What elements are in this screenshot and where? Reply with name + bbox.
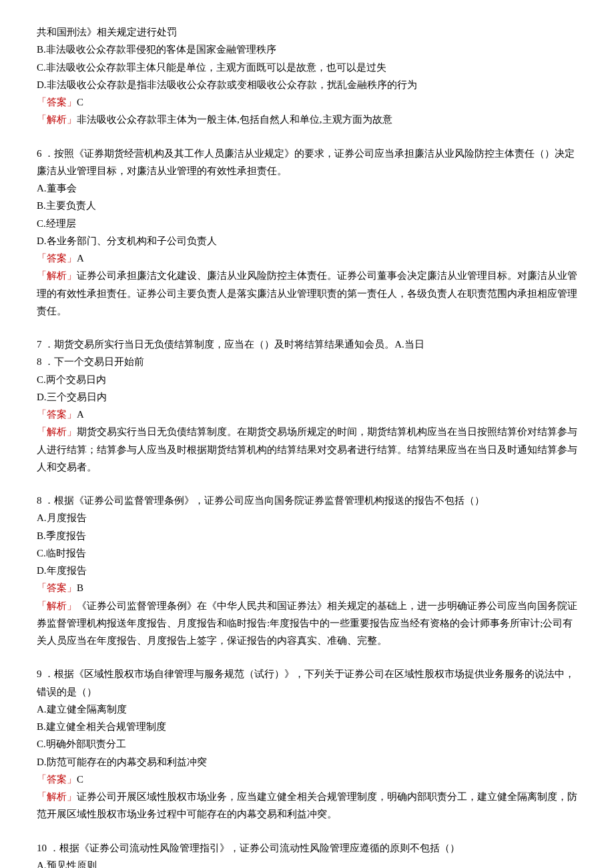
question-stem: 6 ．按照《证券期货经营机构及其工作人员廉洁从业规定》的要求，证券公司应当承担廉…: [37, 145, 577, 180]
answer-value: B: [77, 582, 83, 593]
option-continuation: 共和国刑法》相关规定进行处罚: [37, 23, 577, 41]
option-b: B.季度报告: [37, 527, 577, 544]
explanation-line: 「解析」证券公司承担廉洁文化建设、廉洁从业风险防控主体责任。证券公司董事会决定廉…: [37, 267, 577, 320]
answer-label: 「答案」: [37, 582, 77, 593]
answer-value: A: [77, 409, 84, 420]
option-a: A.预见性原则: [37, 857, 577, 868]
answer-label: 「答案」: [37, 774, 77, 785]
explanation-line: 「解析」非法吸收公众存款罪主体为一般主体,包括自然人和单位,主观方面为故意: [37, 111, 577, 128]
explanation-line: 「解析」证券公司开展区域性股权市场业务，应当建立健全相关合规管理制度，明确内部职…: [37, 788, 577, 823]
option-b: B.非法吸收公众存款罪侵犯的客体是国家金融管理秩序: [37, 41, 577, 58]
option-a: A.建立健全隔离制度: [37, 701, 577, 718]
answer-value: C: [77, 97, 83, 107]
option-d: D.各业务部门、分支机构和子公司负责人: [37, 232, 577, 250]
answer-value: A: [77, 253, 84, 264]
explanation-label: 「解析」: [37, 114, 77, 125]
explanation-label: 「解析」: [37, 426, 77, 437]
question-10-partial: 10 ．根据《证券公司流动性风险管理指引》，证券公司流动性风险管理应遵循的原则不…: [37, 839, 577, 869]
explanation-label: 「解析」: [37, 600, 77, 611]
option-c: C.两个交易日内: [37, 371, 577, 388]
explanation-text: 非法吸收公众存款罪主体为一般主体,包括自然人和单位,主观方面为故意: [77, 114, 392, 125]
option-c: C.临时报告: [37, 544, 577, 562]
question-stem: 8 ．根据《证券公司监督管理条例》，证券公司应当向国务院证券监督管理机构报送的报…: [37, 492, 577, 509]
explanation-text: 《证券公司监督管理条例》在《中华人民共和国证券法》相关规定的基础上，进一步明确证…: [37, 600, 577, 646]
explanation-text: 期货交易实行当日无负债结算制度。在期货交易场所规定的时间，期货结算机构应当在当日…: [37, 426, 577, 472]
explanation-label: 「解析」: [37, 270, 77, 281]
answer-line: 「答案」A: [37, 250, 577, 267]
question-7: 7 ．期货交易所实行当日无负债结算制度，应当在（）及时将结算结果通知会员。A.当…: [37, 336, 577, 476]
answer-line: 「答案」B: [37, 579, 577, 596]
question-stem: 10 ．根据《证券公司流动性风险管理指引》，证券公司流动性风险管理应遵循的原则不…: [37, 839, 577, 857]
answer-label: 「答案」: [37, 253, 77, 264]
answer-value: C: [77, 774, 83, 785]
question-5-partial: 共和国刑法》相关规定进行处罚 B.非法吸收公众存款罪侵犯的客体是国家金融管理秩序…: [37, 23, 577, 129]
option-d: D.三个交易日内: [37, 388, 577, 406]
option-a: A.月度报告: [37, 509, 577, 526]
explanation-text: 证券公司开展区域性股权市场业务，应当建立健全相关合规管理制度，明确内部职责分工，…: [37, 791, 577, 819]
option-d: D.年度报告: [37, 562, 577, 579]
option-a: A.董事会: [37, 179, 577, 197]
option-d: D.非法吸收公众存款是指非法吸收公众存款或变相吸收公众存款，扰乱金融秩序的行为: [37, 76, 577, 93]
question-6: 6 ．按照《证券期货经营机构及其工作人员廉洁从业规定》的要求，证券公司应当承担廉…: [37, 145, 577, 320]
answer-label: 「答案」: [37, 97, 77, 107]
option-c: C.非法吸收公众存款罪主体只能是单位，主观方面既可以是故意，也可以是过失: [37, 59, 577, 76]
question-stem: 7 ．期货交易所实行当日无负债结算制度，应当在（）及时将结算结果通知会员。A.当…: [37, 336, 577, 353]
explanation-text: 证券公司承担廉洁文化建设、廉洁从业风险防控主体责任。证券公司董事会决定廉洁从业管…: [37, 270, 577, 316]
option-b: B.建立健全相关合规管理制度: [37, 718, 577, 735]
answer-label: 「答案」: [37, 409, 77, 420]
answer-line: 「答案」C: [37, 771, 577, 788]
option-d: D.防范可能存在的内幕交易和利益冲突: [37, 753, 577, 771]
question-9: 9 ．根据《区域性股权市场自律管理与服务规范（试行）》，下列关于证券公司在区域性…: [37, 665, 577, 823]
option-b: B.主要负责人: [37, 197, 577, 214]
option-c: C.经理层: [37, 215, 577, 232]
explanation-line: 「解析」期货交易实行当日无负债结算制度。在期货交易场所规定的时间，期货结算机构应…: [37, 423, 577, 476]
option-c: C.明确外部职责分工: [37, 735, 577, 753]
answer-line: 「答案」C: [37, 93, 577, 111]
question-stem: 9 ．根据《区域性股权市场自律管理与服务规范（试行）》，下列关于证券公司在区域性…: [37, 665, 577, 701]
question-8: 8 ．根据《证券公司监督管理条例》，证券公司应当向国务院证券监督管理机构报送的报…: [37, 492, 577, 649]
option-b: 8 ．下一个交易日开始前: [37, 353, 577, 370]
answer-line: 「答案」A: [37, 406, 577, 423]
explanation-label: 「解析」: [37, 791, 77, 802]
explanation-line: 「解析」《证券公司监督管理条例》在《中华人民共和国证券法》相关规定的基础上，进一…: [37, 597, 577, 650]
